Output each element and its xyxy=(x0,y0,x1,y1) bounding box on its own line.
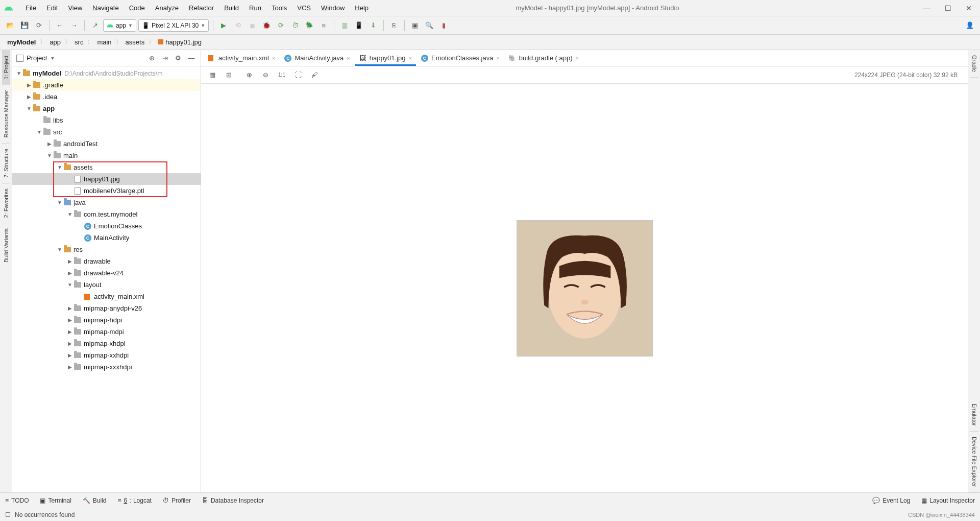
tree-java[interactable]: ▼java xyxy=(12,197,201,208)
tab-resource-manager[interactable]: Resource Manager xyxy=(2,84,10,143)
apply-changes-button[interactable]: ⟲ xyxy=(232,19,244,32)
user-icon[interactable]: 👤 xyxy=(964,19,976,32)
tab-emotionclasses[interactable]: CEmotionClasses.java× xyxy=(417,52,504,66)
bottom-event-log[interactable]: 💬 Event Log xyxy=(872,497,910,504)
git-button[interactable]: ⎘ xyxy=(388,19,400,32)
tab-device-file-explorer[interactable]: Device File Explorer xyxy=(970,432,978,492)
open-button[interactable]: 📂 xyxy=(4,19,16,32)
fit-button[interactable]: ⛶ xyxy=(292,69,304,81)
tree-mipmap-hdpi[interactable]: ▶mipmap-hdpi xyxy=(12,314,201,326)
image-viewport[interactable] xyxy=(201,84,968,492)
stop-button[interactable]: ■ xyxy=(317,19,330,32)
crumb-file[interactable]: happy01.jpg xyxy=(156,37,204,47)
sync-button[interactable]: ⟳ xyxy=(33,19,45,32)
tab-gradle[interactable]: Gradle xyxy=(970,50,978,78)
close-button[interactable]: ✕ xyxy=(966,4,972,12)
scroll-to-source-button[interactable]: ⊕ xyxy=(146,53,157,63)
profile-button[interactable]: ⏱ xyxy=(289,19,301,32)
menu-view[interactable]: View xyxy=(63,2,87,14)
tree-androidtest[interactable]: ▶androidTest xyxy=(12,138,201,150)
tree-emotionclasses[interactable]: CEmotionClasses xyxy=(12,220,201,232)
minimize-button[interactable]: — xyxy=(923,4,930,12)
bottom-logcat[interactable]: ≡ 6: Logcat xyxy=(118,497,152,504)
toggle-bg-button[interactable]: ▦ xyxy=(206,69,218,81)
menu-file[interactable]: File xyxy=(20,2,41,14)
tree-mobilenet[interactable]: mobilenetV3large.ptl xyxy=(12,185,201,197)
menu-run[interactable]: Run xyxy=(244,2,266,14)
device-manager-button[interactable]: 📱 xyxy=(353,19,365,32)
tree-mipmap-xxxhdpi[interactable]: ▶mipmap-xxxhdpi xyxy=(12,361,201,373)
project-panel-title[interactable]: Project xyxy=(27,54,47,62)
zoom-in-button[interactable]: ⊕ xyxy=(243,69,255,81)
search-button[interactable]: 🔍 xyxy=(423,19,435,32)
apply-code-button[interactable]: ≣ xyxy=(246,19,258,32)
settings-button[interactable]: ⚙ xyxy=(173,53,183,63)
forward-button[interactable]: → xyxy=(68,19,80,32)
tree-happy01[interactable]: happy01.jpg xyxy=(12,173,201,185)
tree-drawable-v24[interactable]: ▶drawable-v24 xyxy=(12,267,201,279)
tab-build-variants[interactable]: Build Variants xyxy=(2,223,10,268)
tree-app[interactable]: ▼app xyxy=(12,103,201,114)
tree-drawable[interactable]: ▶drawable xyxy=(12,255,201,267)
bottom-profiler[interactable]: ⏱ Profiler xyxy=(163,497,191,504)
attach-debug-button[interactable]: 🪲 xyxy=(303,19,315,32)
color-picker-button[interactable]: 🖋 xyxy=(308,69,321,81)
bottom-build[interactable]: 🔨 Build xyxy=(83,497,107,504)
tree-mipmap-xhdpi[interactable]: ▶mipmap-xhdpi xyxy=(12,338,201,349)
tab-project[interactable]: 1: Project xyxy=(2,50,10,84)
menu-edit[interactable]: Edit xyxy=(41,2,63,14)
run-button[interactable]: ▶ xyxy=(217,19,230,32)
tree-gradle[interactable]: ▶.gradle xyxy=(12,79,201,91)
menu-navigate[interactable]: Navigate xyxy=(87,2,124,14)
grid-button[interactable]: ⊞ xyxy=(223,69,235,81)
tab-activity-main[interactable]: activity_main.xml× xyxy=(204,52,279,66)
tab-mainactivity[interactable]: CMainActivity.java× xyxy=(280,52,354,66)
back-button[interactable]: ← xyxy=(54,19,66,32)
tab-happy01[interactable]: 🖼happy01.jpg× xyxy=(355,52,416,66)
tree-libs[interactable]: libs xyxy=(12,114,201,126)
tab-favorites[interactable]: 2: Favorites xyxy=(2,183,10,223)
crumb-app[interactable]: app xyxy=(47,37,63,47)
menu-build[interactable]: Build xyxy=(219,2,244,14)
tree-src[interactable]: ▼src xyxy=(12,126,201,138)
tree-mipmap-mdpi[interactable]: ▶mipmap-mdpi xyxy=(12,326,201,338)
tree-mipmap-anydpi[interactable]: ▶mipmap-anydpi-v26 xyxy=(12,302,201,314)
tree-layout[interactable]: ▼layout xyxy=(12,279,201,291)
tree-mainactivity[interactable]: CMainActivity xyxy=(12,232,201,244)
tree-main[interactable]: ▼main xyxy=(12,150,201,161)
crumb-src[interactable]: src xyxy=(72,37,85,47)
tree-activity-main-xml[interactable]: activity_main.xml xyxy=(12,291,201,302)
menu-analyze[interactable]: Analyze xyxy=(150,2,184,14)
zoom-out-button[interactable]: ⊖ xyxy=(259,69,272,81)
menu-refactor[interactable]: Refactor xyxy=(184,2,219,14)
bottom-db-inspector[interactable]: 🗄 Database Inspector xyxy=(202,497,264,504)
tree-res[interactable]: ▼res xyxy=(12,244,201,255)
tree-mipmap-xxhdpi[interactable]: ▶mipmap-xxhdpi xyxy=(12,349,201,361)
crumb-assets[interactable]: assets xyxy=(124,37,147,47)
tree-idea[interactable]: ▶.idea xyxy=(12,91,201,103)
maximize-button[interactable]: ☐ xyxy=(945,4,951,12)
device-combo[interactable]: 📱 Pixel 2 XL API 30 ▼ xyxy=(138,19,209,32)
actual-size-button[interactable]: 1:1 xyxy=(276,69,288,81)
run-config-combo[interactable]: app ▼ xyxy=(103,19,136,32)
make-button[interactable]: ↗ xyxy=(89,19,101,32)
avd-manager-button[interactable]: ▥ xyxy=(338,19,351,32)
emulator-button[interactable]: ▣ xyxy=(409,19,421,32)
memory-indicator[interactable]: ▮ xyxy=(437,19,450,32)
tree-root[interactable]: ▼myModelD:\Android\AndroidStudioProjects… xyxy=(12,67,201,79)
coverage-button[interactable]: ⟳ xyxy=(275,19,287,32)
sdk-manager-button[interactable]: ⬇ xyxy=(367,19,379,32)
tab-build-gradle[interactable]: 🐘build.gradle (:app)× xyxy=(505,52,583,66)
hide-panel-button[interactable]: — xyxy=(186,53,197,63)
tab-emulator[interactable]: Emulator xyxy=(970,398,978,432)
crumb-main[interactable]: main xyxy=(95,37,113,47)
crumb-project[interactable]: myModel xyxy=(5,37,38,47)
tree-package[interactable]: ▼com.test.mymodel xyxy=(12,208,201,220)
debug-button[interactable]: 🐞 xyxy=(260,19,273,32)
bottom-layout-inspector[interactable]: ▦ Layout Inspector xyxy=(921,497,975,504)
bottom-terminal[interactable]: ▣ Terminal xyxy=(40,497,71,504)
project-tree[interactable]: ▼myModelD:\Android\AndroidStudioProjects… xyxy=(12,66,201,492)
collapse-all-button[interactable]: ⇥ xyxy=(160,53,170,63)
menu-code[interactable]: Code xyxy=(124,2,150,14)
save-button[interactable]: 💾 xyxy=(18,19,31,32)
